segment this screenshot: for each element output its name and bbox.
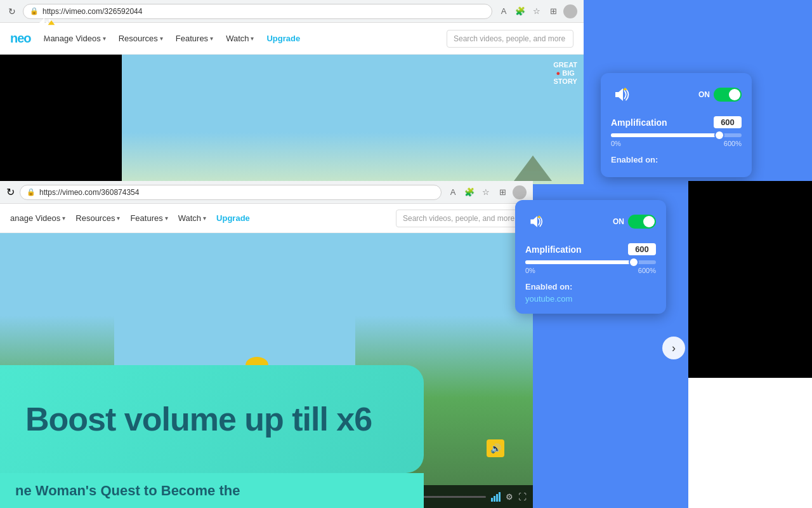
boost-text: Boost volume up till x6 (25, 400, 372, 438)
popup-amplification-row-bottom: Amplification 600 (525, 243, 656, 255)
popup-speaker-icon-top (611, 83, 634, 106)
profile-button-top[interactable] (563, 4, 577, 18)
browser-toolbar-top: A 🧩 ☆ ⊞ (497, 4, 577, 18)
nav-manage-videos-2[interactable]: anage Videos ▾ (10, 213, 65, 223)
nav-resources-chevron: ▾ (160, 35, 163, 42)
popup-bottom: ON Amplification 600 0% 600% Enabled on:… (515, 200, 666, 314)
bottom-text-content: ne Woman's Quest to Become the (15, 483, 240, 499)
nav-features-chevron-2: ▾ (165, 215, 168, 222)
boost-banner: Boost volume up till x6 (0, 365, 424, 473)
browser-chrome-top: ↻ 🔒 https://vimeo.com/326592044 A 🧩 ☆ ⊞ (0, 0, 584, 23)
svg-marker-17 (537, 215, 541, 218)
nav-features-label: Features (176, 34, 208, 43)
nav-features-2[interactable]: Features ▾ (130, 213, 167, 223)
slider-track-bottom[interactable] (525, 260, 656, 264)
next-arrow-button[interactable]: › (662, 337, 685, 359)
nav-resources-2[interactable]: Resources ▾ (75, 213, 120, 223)
signal-icon (491, 492, 501, 502)
nav-watch-label-2: Watch (178, 213, 201, 223)
svg-marker-0 (48, 20, 55, 25)
svg-marker-16 (623, 88, 627, 90)
slider-thumb-top[interactable] (714, 130, 724, 140)
nav-watch-label: Watch (226, 34, 249, 43)
toggle-on-label-top: ON (698, 90, 710, 99)
slider-labels-top: 0% 600% (611, 140, 742, 147)
popup-header-bottom: ON (525, 210, 656, 233)
popup-header-top: ON (611, 83, 742, 106)
toggle-on-label-bottom: ON (613, 217, 624, 226)
lock-icon-2: 🔒 (27, 188, 36, 196)
nav-features-label-2: Features (130, 213, 162, 223)
nav-manage-videos-chevron-2: ▾ (62, 215, 65, 222)
amplification-value-top: 600 (714, 116, 742, 128)
star-button-bottom[interactable]: ☆ (480, 186, 492, 199)
vimeo-navbar-bottom: anage Videos ▾ Resources ▾ Features ▾ Wa… (0, 204, 533, 233)
settings-icon[interactable]: ⚙ (506, 492, 513, 502)
slider-labels-bottom: 0% 600% (525, 267, 656, 274)
search-placeholder-top: Search videos, people, and more (454, 34, 565, 43)
nav-features[interactable]: Features ▾ (176, 34, 213, 43)
extension-button-top[interactable]: 🧩 (514, 5, 527, 18)
reload-button-2[interactable]: ↻ (6, 186, 15, 198)
nav-watch[interactable]: Watch ▾ (226, 34, 254, 43)
extension-button-bottom[interactable]: 🧩 (463, 186, 476, 199)
popup-top: ON Amplification 600 0% 600% Enabled on: (601, 73, 752, 177)
toggle-container-top: ON (698, 88, 742, 102)
fullscreen-icon[interactable]: ⛶ (518, 492, 527, 502)
nav-features-chevron: ▾ (210, 35, 213, 42)
nav-upgrade-2[interactable]: Upgrade (216, 213, 250, 223)
address-bar-bottom[interactable]: 🔒 https://vimeo.com/360874354 (20, 185, 442, 200)
extension-icon[interactable] (25, 9, 63, 47)
slider-track-top[interactable] (611, 133, 742, 137)
enabled-on-site[interactable]: youtube.com (525, 294, 656, 304)
slider-fill-bottom (525, 260, 634, 264)
vimeo-navbar-top: neo Manage Videos ▾ Resources ▾ Features… (0, 23, 584, 55)
slider-max-bottom: 600% (638, 267, 656, 274)
nav-watch-2[interactable]: Watch ▾ (178, 213, 206, 223)
tab-button-bottom[interactable]: ⊞ (496, 186, 509, 199)
next-arrow-icon: › (672, 342, 676, 355)
nav-watch-chevron: ▾ (251, 35, 254, 42)
nav-search-top[interactable]: Search videos, people, and more (447, 30, 573, 48)
video-black-left (0, 55, 122, 184)
enabled-on-label-top: Enabled on: (611, 155, 742, 164)
nav-resources-label-2: Resources (75, 213, 115, 223)
amplification-label-top: Amplification (611, 117, 667, 128)
nav-upgrade[interactable]: Upgrade (266, 34, 300, 43)
nav-search-bottom[interactable]: Search videos, people, and more (396, 210, 523, 227)
video-volume-badge[interactable]: 🔊 (487, 439, 504, 457)
search-placeholder-bottom: Search videos, people, and more (403, 214, 514, 223)
nav-manage-videos-chevron: ▾ (103, 35, 106, 42)
mountain-silhouette (508, 152, 558, 184)
slider-fill-top (611, 133, 719, 137)
big-label: BIG (562, 69, 575, 77)
video-background-top: GREAT ● BIG STORY (122, 55, 584, 184)
profile-button-bottom[interactable] (513, 185, 527, 199)
url-text-bottom: https://vimeo.com/360874354 (39, 188, 139, 197)
dot: ● (556, 69, 561, 77)
reader-mode-button[interactable]: A (497, 5, 510, 18)
slider-thumb-bottom[interactable] (629, 257, 639, 267)
browser-toolbar-bottom: A 🧩 ☆ ⊞ (447, 185, 527, 199)
browser-chrome-bottom: ↻ 🔒 https://vimeo.com/360874354 A 🧩 ☆ ⊞ (0, 181, 533, 204)
nav-watch-chevron-2: ▾ (203, 215, 206, 222)
great-big-story-logo: GREAT ● BIG STORY (553, 61, 577, 86)
toggle-switch-top[interactable] (714, 88, 742, 102)
toggle-switch-bottom[interactable] (628, 215, 656, 229)
browser-window-top: ↻ 🔒 https://vimeo.com/326592044 A 🧩 ☆ ⊞ … (0, 0, 584, 184)
svg-marker-2 (523, 156, 542, 171)
nav-resources[interactable]: Resources ▾ (119, 34, 163, 43)
tab-button-top[interactable]: ⊞ (547, 5, 560, 18)
story-label: STORY (554, 77, 577, 85)
reload-button[interactable]: ↻ (6, 6, 18, 17)
great-label: GREAT (553, 61, 577, 69)
slider-max-top: 600% (724, 140, 742, 147)
star-button-top[interactable]: ☆ (530, 5, 543, 18)
address-bar-top[interactable]: 🔒 https://vimeo.com/326592044 (23, 4, 492, 19)
black-panel-top (688, 181, 812, 378)
slider-min-bottom: 0% (525, 267, 535, 274)
vimeo-content-top: GREAT ● BIG STORY (0, 55, 584, 184)
slider-min-top: 0% (611, 140, 621, 147)
nav-manage-videos-label-2: anage Videos (10, 213, 60, 223)
reader-mode-button-2[interactable]: A (447, 186, 459, 199)
